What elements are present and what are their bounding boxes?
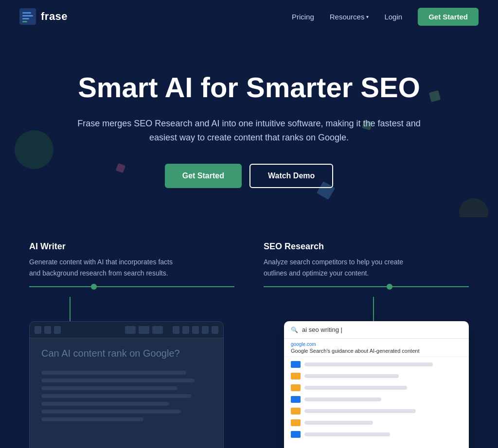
badge-h2-3 (291, 431, 301, 438)
text-line-4 (41, 394, 191, 398)
seo-research-line (264, 286, 469, 287)
text-line-5 (41, 402, 169, 406)
toolbar-s (202, 326, 209, 334)
text-line-7 (41, 417, 143, 421)
features-section: AI Writer Generate content with AI that … (0, 217, 498, 448)
feature-seo-research: SEO Research Analyze search competitors … (264, 241, 469, 448)
text-line-3 (41, 386, 178, 390)
seo-result-item: google.com Google Search's guidance abou… (284, 339, 469, 357)
hero-section: Smart AI for Smarter SEO Frase merges SE… (0, 33, 498, 217)
toolbar-link (212, 326, 218, 334)
seo-list-item-3 (291, 384, 462, 391)
seo-bar-6 (304, 421, 373, 425)
ai-writer-line (29, 286, 234, 287)
toolbar-views (125, 326, 136, 334)
seo-list-item-5 (291, 408, 462, 414)
seo-bar-1 (304, 362, 433, 366)
nav-pricing[interactable]: Pricing (292, 13, 314, 21)
svg-rect-3 (22, 18, 29, 19)
ai-writer-dot (91, 284, 97, 290)
nav-login[interactable]: Login (384, 13, 402, 21)
seo-bar-3 (304, 386, 407, 390)
ai-writer-title: AI Writer (29, 241, 234, 252)
svg-rect-2 (22, 15, 33, 17)
main-nav: Pricing Resources ▾ Login Get Started (292, 8, 479, 26)
frase-logo-icon (19, 8, 36, 25)
svg-rect-1 (22, 12, 31, 14)
ai-writer-desc: Generate content with AI that incorporat… (29, 257, 185, 278)
seo-research-desc: Analyze search competitors to help you c… (264, 257, 419, 278)
editor-content: Can AI content rank on Google? (30, 338, 223, 435)
deco-circle-2 (459, 198, 488, 217)
search-icon: 🔍 (291, 327, 298, 333)
seo-bar-2 (304, 374, 399, 378)
editor-toolbar (30, 322, 223, 338)
text-line-2 (41, 379, 195, 382)
seo-list-item-4 (291, 396, 462, 403)
toolbar-btn-1 (35, 326, 41, 334)
seo-research-title: SEO Research (264, 241, 469, 252)
toolbar-b (173, 326, 179, 334)
toolbar-export (139, 326, 149, 334)
hero-buttons: Get Started Watch Demo (19, 164, 479, 188)
deco-circle-1 (15, 130, 53, 169)
seo-search-bar: 🔍 ai seo writing | (284, 321, 469, 339)
seo-list-item-7 (291, 431, 462, 438)
seo-mockup-area: 🔍 ai seo writing | google.com Google Sea… (264, 297, 469, 448)
badge-h3-1 (291, 373, 301, 379)
hero-get-started-button[interactable]: Get Started (165, 164, 242, 188)
hero-watch-demo-button[interactable]: Watch Demo (249, 164, 333, 188)
seo-list (284, 357, 469, 447)
nav-resources[interactable]: Resources ▾ (330, 13, 369, 21)
editor-heading: Can AI content rank on Google? (41, 348, 212, 359)
badge-h2-2 (291, 396, 301, 403)
badge-h3-2 (291, 384, 301, 391)
nav-get-started-button[interactable]: Get Started (418, 8, 479, 26)
seo-bar-5 (304, 409, 416, 413)
text-line-6 (41, 410, 181, 414)
editor-mockup: Can AI content rank on Google? (29, 321, 224, 448)
badge-h3-3 (291, 408, 301, 414)
seo-result-title: Google Search's guidance about AI-genera… (291, 348, 462, 354)
header: frase Pricing Resources ▾ Login Get Star… (0, 0, 498, 33)
seo-research-dot (387, 284, 392, 290)
svg-rect-4 (22, 21, 27, 22)
seo-bar-7 (304, 432, 390, 436)
hero-headline: Smart AI for Smarter SEO (19, 72, 479, 103)
text-line-1 (41, 371, 186, 375)
seo-mockup: 🔍 ai seo writing | google.com Google Sea… (284, 321, 469, 448)
chevron-down-icon: ▾ (366, 14, 369, 19)
toolbar-paragraph (152, 326, 163, 334)
toolbar-btn-3 (54, 326, 61, 334)
seo-list-item-6 (291, 419, 462, 426)
toolbar-u (192, 326, 199, 334)
badge-h3-4 (291, 419, 301, 426)
logo: frase (19, 8, 68, 25)
toolbar-btn-2 (44, 326, 51, 334)
logo-text: frase (41, 10, 68, 23)
seo-bar-4 (304, 397, 381, 401)
badge-h2-1 (291, 361, 301, 368)
seo-source: google.com (291, 342, 462, 347)
hero-description: Frase merges SEO Research and AI into on… (64, 117, 434, 145)
seo-search-text: ai seo writing | (302, 326, 342, 333)
feature-ai-writer: AI Writer Generate content with AI that … (29, 241, 234, 448)
mockup-area: Can AI content rank on Google? (29, 297, 234, 448)
seo-list-item-2 (291, 373, 462, 379)
seo-list-item-1 (291, 361, 462, 368)
toolbar-i (182, 326, 189, 334)
